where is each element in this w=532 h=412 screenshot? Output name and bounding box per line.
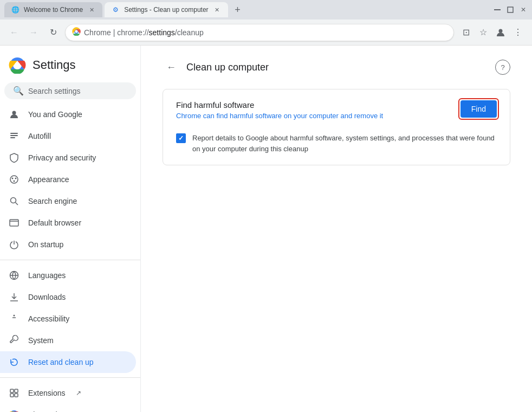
svg-point-15	[15, 178, 17, 179]
window-controls: ✕	[493, 5, 528, 14]
sidebar: Settings 🔍 You and Google Autofill	[0, 46, 141, 412]
default-browser-icon	[9, 217, 20, 228]
sidebar-item-label: Appearance	[28, 175, 69, 184]
sidebar-item-label: You and Google	[28, 110, 82, 119]
sidebar-item-label: Search engine	[28, 197, 77, 205]
new-tab-button[interactable]: +	[230, 2, 245, 17]
tab-welcome-close[interactable]: ✕	[87, 5, 96, 14]
external-link-icon: ↗	[76, 389, 81, 397]
main-content: Settings 🔍 You and Google Autofill	[0, 46, 532, 412]
search-box[interactable]: 🔍	[4, 82, 136, 99]
svg-point-5	[499, 29, 503, 33]
sidebar-item-label: Autofill	[28, 132, 51, 140]
section-title: Find harmful software	[176, 100, 452, 110]
palette-icon	[9, 174, 20, 185]
svg-rect-26	[10, 389, 14, 392]
sidebar-item-system[interactable]: System	[0, 330, 136, 351]
sidebar-extensions-label: Extensions	[28, 389, 65, 397]
sidebar-item-default-browser[interactable]: Default browser	[0, 212, 136, 234]
svg-point-4	[75, 30, 78, 33]
chrome-logo	[9, 56, 26, 74]
sidebar-item-appearance[interactable]: Appearance	[0, 169, 136, 190]
forward-nav-button[interactable]: →	[26, 25, 41, 40]
settings-content: ← Clean up computer ? Find harmful softw…	[141, 46, 532, 412]
address-bar: ← → ↻ Chrome | chrome://settings/cleanup	[0, 20, 532, 46]
sidebar-item-label: Accessibility	[28, 314, 69, 323]
svg-point-8	[15, 62, 20, 68]
sidebar-item-search-engine[interactable]: Search engine	[0, 190, 136, 212]
cast-button[interactable]: ⊡	[458, 25, 473, 40]
report-checkbox-wrapper[interactable]	[176, 133, 186, 143]
settings-title: Settings	[33, 58, 76, 72]
svg-rect-28	[10, 394, 14, 397]
download-icon	[9, 292, 20, 302]
svg-rect-12	[10, 137, 15, 138]
svg-point-17	[11, 198, 16, 203]
svg-rect-27	[15, 389, 18, 392]
svg-point-24	[14, 315, 15, 317]
svg-rect-29	[15, 394, 18, 397]
tab-welcome[interactable]: 🌐 Welcome to Chrome ✕	[4, 2, 102, 17]
more-button[interactable]: ⋮	[510, 25, 525, 40]
report-checkbox-label: Report details to Google about harmful s…	[192, 133, 497, 154]
url-favicon	[72, 27, 81, 37]
svg-point-16	[14, 181, 15, 182]
reset-icon	[9, 357, 20, 368]
tab-settings-favicon: ⚙	[111, 5, 120, 14]
sidebar-item-downloads[interactable]: Downloads	[0, 286, 136, 308]
svg-rect-11	[10, 135, 18, 136]
sidebar-divider-2	[0, 377, 140, 378]
person-icon	[9, 109, 20, 120]
sidebar-item-you-and-google[interactable]: You and Google	[0, 104, 136, 125]
section-description: Chrome can find harmful software on your…	[176, 112, 452, 120]
tab-welcome-title: Welcome to Chrome	[24, 6, 83, 14]
find-row: Find harmful software Chrome can find ha…	[176, 100, 497, 128]
page-header: ← Clean up computer ?	[163, 59, 510, 76]
url-bar[interactable]: Chrome | chrome://settings/cleanup	[65, 24, 454, 41]
back-nav-button[interactable]: ←	[7, 25, 22, 40]
find-text: Find harmful software Chrome can find ha…	[176, 100, 452, 128]
sidebar-item-label: On startup	[28, 240, 63, 249]
svg-rect-1	[508, 7, 513, 12]
svg-point-14	[12, 178, 14, 179]
sidebar-item-label: Languages	[28, 271, 66, 280]
svg-rect-10	[10, 133, 18, 134]
sidebar-item-on-startup[interactable]: On startup	[0, 234, 136, 255]
tab-welcome-favicon: 🌐	[11, 5, 20, 14]
sidebar-divider-1	[0, 260, 140, 260]
sidebar-item-extensions[interactable]: Extensions ↗	[0, 382, 136, 404]
sidebar-item-label: Default browser	[28, 218, 81, 227]
find-harmful-software-card: Find harmful software Chrome can find ha…	[163, 89, 510, 165]
sidebar-item-autofill[interactable]: Autofill	[0, 125, 136, 147]
sidebar-item-languages[interactable]: Languages	[0, 265, 136, 286]
sidebar-item-reset-cleanup[interactable]: Reset and clean up	[0, 351, 136, 373]
back-button[interactable]: ←	[163, 59, 180, 76]
sidebar-header: Settings	[0, 50, 140, 82]
settings-page: ← Clean up computer ? Find harmful softw…	[141, 46, 532, 187]
report-details-row: Report details to Google about harmful s…	[176, 133, 497, 154]
close-button[interactable]: ✕	[519, 5, 528, 14]
svg-rect-19	[10, 220, 18, 226]
search-input[interactable]	[28, 87, 127, 95]
reload-button[interactable]: ↻	[46, 25, 61, 40]
sidebar-item-about-chrome[interactable]: About Chrome	[0, 404, 136, 412]
power-icon	[9, 239, 20, 250]
sidebar-item-accessibility[interactable]: Accessibility	[0, 308, 136, 330]
maximize-button[interactable]	[506, 5, 515, 14]
address-actions: ⊡ ☆ ⋮	[458, 25, 525, 40]
title-bar: 🌐 Welcome to Chrome ✕ ⚙ Settings - Clean…	[0, 0, 532, 20]
minimize-button[interactable]	[493, 5, 502, 14]
tab-settings-close[interactable]: ✕	[213, 5, 222, 14]
sidebar-item-label: Privacy and security	[28, 153, 96, 162]
sidebar-item-privacy-security[interactable]: Privacy and security	[0, 147, 136, 169]
sidebar-item-label: Downloads	[28, 293, 66, 301]
find-button-wrapper: Find	[460, 100, 497, 118]
bookmark-button[interactable]: ☆	[476, 25, 491, 40]
profile-button[interactable]	[493, 25, 508, 40]
autofill-icon	[9, 131, 20, 141]
help-button[interactable]: ?	[495, 60, 510, 75]
accessibility-icon	[9, 313, 20, 324]
tab-settings[interactable]: ⚙ Settings - Clean up computer ✕	[105, 2, 228, 17]
question-mark: ?	[501, 63, 504, 72]
report-checkbox[interactable]	[176, 133, 186, 143]
